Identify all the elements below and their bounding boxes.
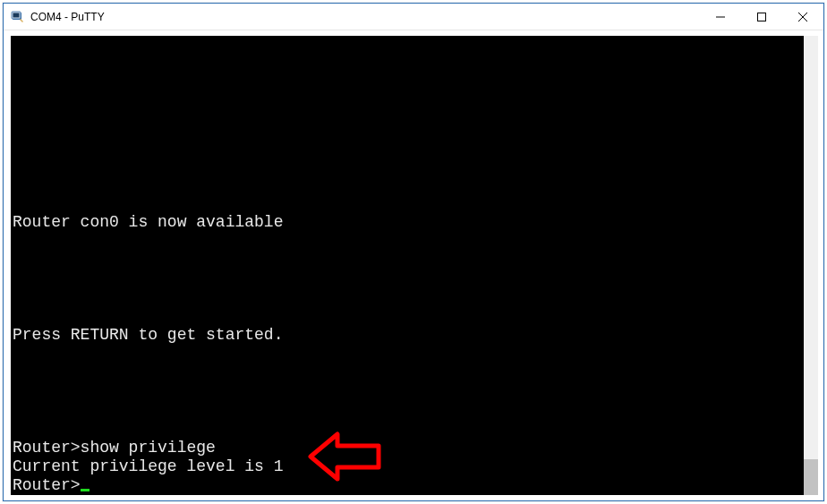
svg-rect-2: [13, 13, 20, 17]
svg-rect-4: [758, 13, 766, 21]
scrollbar-thumb[interactable]: [804, 459, 818, 495]
minimize-button[interactable]: [700, 4, 741, 30]
close-button[interactable]: [782, 4, 823, 30]
terminal-output: Router con0 is now available Press RETUR…: [11, 63, 285, 495]
cursor: [81, 489, 90, 491]
putty-icon: [11, 10, 25, 24]
client-area: Router con0 is now available Press RETUR…: [4, 30, 823, 500]
window-title: COM4 - PuTTY: [30, 11, 700, 23]
scrollbar[interactable]: [804, 36, 818, 495]
maximize-button[interactable]: [741, 4, 782, 30]
window-controls: [700, 4, 823, 30]
terminal[interactable]: Router con0 is now available Press RETUR…: [11, 36, 804, 495]
titlebar[interactable]: COM4 - PuTTY: [4, 4, 823, 30]
putty-window: COM4 - PuTTY Router con0 is now availabl…: [3, 3, 824, 501]
